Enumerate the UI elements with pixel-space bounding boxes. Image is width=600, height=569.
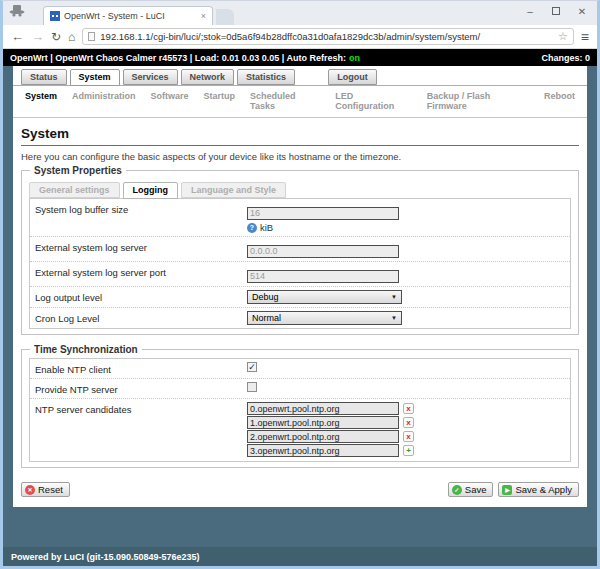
changes-counter[interactable]: Changes: 0	[541, 53, 590, 63]
browser-titlebar: OpenWrt - System - LuCI × – ✕	[3, 1, 597, 25]
system-properties-legend: System Properties	[30, 165, 126, 176]
tab-logout[interactable]: Logout	[328, 69, 377, 85]
time-sync-legend: Time Synchronization	[30, 344, 142, 355]
provide-ntp-label: Provide NTP server	[35, 382, 247, 395]
log-level-label: Log output level	[35, 290, 247, 303]
ntp-candidate-input-3[interactable]	[247, 444, 399, 457]
subtab-reboot[interactable]: Reboot	[544, 91, 575, 111]
log-level-value: Debug	[252, 292, 279, 302]
bookmark-star-icon[interactable]: ☆	[558, 31, 568, 42]
url-text[interactable]: 192.168.1.1/cgi-bin/luci/;stok=0d5a6f94b…	[100, 31, 553, 42]
subtab-scheduled-tasks[interactable]: Scheduled Tasks	[250, 91, 320, 111]
tab-status[interactable]: Status	[21, 69, 67, 85]
ntp-candidate-item: x	[247, 430, 565, 443]
close-button[interactable]: ✕	[569, 2, 595, 20]
provide-ntp-checkbox[interactable]	[247, 382, 257, 392]
page-description: Here you can configure the basic aspects…	[21, 151, 579, 162]
log-buffer-label: System log buffer size	[35, 202, 247, 215]
log-buffer-input[interactable]	[247, 207, 399, 220]
save-apply-button-label: Save & Apply	[515, 484, 572, 495]
tab-logging[interactable]: Logging	[123, 182, 179, 199]
back-icon[interactable]: ←	[11, 30, 24, 43]
subtab-administration[interactable]: Administration	[72, 91, 136, 111]
delete-icon[interactable]: x	[403, 417, 414, 428]
log-level-row: Log output level Debug ▼	[30, 287, 570, 308]
new-tab-button[interactable]	[216, 9, 234, 25]
footer-text: Powered by LuCI (git-15.090.50849-576e23…	[11, 552, 200, 562]
ntp-candidate-input-2[interactable]	[247, 430, 399, 443]
reload-icon[interactable]: ↻	[51, 31, 61, 43]
window-controls: – ✕	[517, 2, 595, 20]
statusbar-info: OpenWrt | OpenWrt Chaos Calmer r45573 | …	[10, 53, 346, 63]
browser-toolbar: ← → ↻ ⌂ 192.168.1.1/cgi-bin/luci/;stok=0…	[3, 25, 597, 49]
cron-level-value: Normal	[252, 313, 281, 323]
tab-network[interactable]: Network	[181, 69, 235, 85]
tab-general-settings[interactable]: General settings	[29, 182, 120, 198]
delete-icon[interactable]: x	[403, 403, 414, 414]
delete-icon[interactable]: x	[403, 431, 414, 442]
logging-settings: System log buffer size ? kiB External sy…	[29, 198, 571, 329]
ntp-candidate-input-0[interactable]	[247, 402, 399, 415]
subtab-startup[interactable]: Startup	[204, 91, 236, 111]
cron-level-row: Cron Log Level Normal ▼	[30, 308, 570, 328]
cron-level-label: Cron Log Level	[35, 311, 247, 324]
enable-ntp-checkbox[interactable]: ✓	[247, 362, 257, 372]
maximize-button[interactable]	[543, 2, 569, 20]
cron-level-select[interactable]: Normal ▼	[247, 311, 402, 325]
page-empty-area	[13, 507, 587, 547]
ntp-candidates-label: NTP server candidates	[35, 402, 247, 415]
enable-ntp-row: Enable NTP client ✓	[30, 359, 570, 379]
system-properties-tabs: General settings Logging Language and St…	[26, 179, 574, 198]
ntp-candidate-input-1[interactable]	[247, 416, 399, 429]
time-sync-section: Time Synchronization Enable NTP client ✓…	[21, 344, 579, 468]
log-level-select[interactable]: Debug ▼	[247, 290, 402, 304]
openwrt-favicon-icon	[50, 11, 60, 21]
enable-ntp-label: Enable NTP client	[35, 362, 247, 375]
subtab-software[interactable]: Software	[151, 91, 189, 111]
browser-menu-icon[interactable]: ≡	[581, 30, 589, 44]
ext-log-server-input[interactable]	[247, 245, 399, 258]
browser-window: OpenWrt - System - LuCI × – ✕ ← → ↻ ⌂ 19…	[0, 0, 600, 569]
home-icon[interactable]: ⌂	[68, 31, 75, 43]
subtab-backup-flash-firmware[interactable]: Backup / Flash Firmware	[427, 91, 529, 111]
help-icon: ?	[247, 223, 257, 233]
reset-button[interactable]: ✕ Reset	[21, 482, 70, 497]
save-button[interactable]: ✓ Save	[448, 482, 494, 497]
ext-log-server-label: External system log server	[35, 240, 247, 253]
luci-statusbar: OpenWrt | OpenWrt Chaos Calmer r45573 | …	[3, 49, 597, 66]
ext-log-port-input[interactable]	[247, 270, 399, 283]
provide-ntp-row: Provide NTP server	[30, 379, 570, 399]
chevron-down-icon: ▼	[391, 315, 397, 321]
forward-icon[interactable]: →	[31, 30, 44, 43]
reset-button-label: Reset	[38, 484, 63, 495]
save-check-icon: ✓	[452, 485, 462, 495]
apply-icon: ▶	[502, 485, 512, 495]
chevron-down-icon: ▼	[391, 294, 397, 300]
ntp-candidate-item: x	[247, 416, 565, 429]
browser-tab-title: OpenWrt - System - LuCI	[64, 11, 197, 21]
ntp-candidate-item: +	[247, 444, 565, 457]
minimize-button[interactable]: –	[517, 2, 543, 20]
ntp-candidate-item: x	[247, 402, 565, 415]
tab-language-style[interactable]: Language and Style	[181, 182, 286, 198]
tab-system[interactable]: System	[70, 69, 120, 86]
subtab-system[interactable]: System	[25, 91, 57, 111]
incognito-icon	[9, 3, 25, 21]
log-buffer-unit: kiB	[260, 222, 273, 233]
browser-tab[interactable]: OpenWrt - System - LuCI ×	[43, 6, 213, 25]
auto-refresh-state: on	[349, 53, 360, 63]
tab-services[interactable]: Services	[123, 69, 178, 85]
tab-close-icon[interactable]: ×	[201, 12, 206, 21]
save-button-label: Save	[465, 484, 487, 495]
footer: Powered by LuCI (git-15.090.50849-576e23…	[3, 547, 597, 566]
save-apply-button[interactable]: ▶ Save & Apply	[498, 482, 579, 497]
tab-statistics[interactable]: Statistics	[237, 69, 295, 85]
page-icon	[88, 32, 95, 41]
ntp-candidates-row: NTP server candidates x x	[30, 399, 570, 461]
subtab-led-configuration[interactable]: LED Configuration	[335, 91, 412, 111]
address-bar[interactable]: 192.168.1.1/cgi-bin/luci/;stok=0d5a6f94b…	[82, 28, 574, 45]
main-content: Status System Services Network Statistic…	[13, 66, 587, 507]
ext-log-server-row: External system log server	[30, 237, 570, 262]
add-icon[interactable]: +	[403, 445, 414, 456]
time-sync-settings: Enable NTP client ✓ Provide NTP server N…	[29, 358, 571, 462]
